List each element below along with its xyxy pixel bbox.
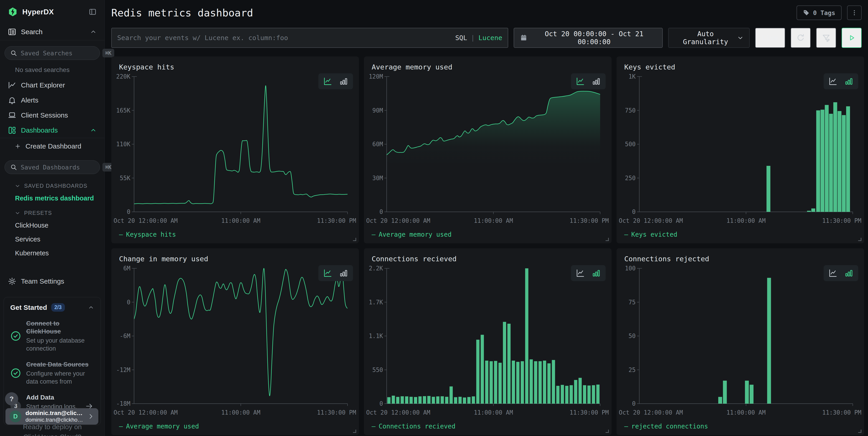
svg-text:250: 250 bbox=[625, 175, 636, 181]
create-dashboard-button[interactable]: Create Dashboard bbox=[0, 138, 104, 154]
run-query-button[interactable] bbox=[842, 28, 862, 48]
laptop-icon bbox=[8, 111, 17, 120]
live-button[interactable]: Live bbox=[755, 28, 785, 48]
user-menu[interactable]: D dominic.tran@clic… dominic.tran@clickh… bbox=[5, 408, 98, 425]
resize-handle[interactable] bbox=[353, 238, 356, 241]
svg-text:Oct 20 12:00:00 AM: Oct 20 12:00:00 AM bbox=[114, 409, 178, 416]
line-chart-icon[interactable] bbox=[323, 268, 333, 278]
chart-legend: —Keyspace hits bbox=[119, 231, 176, 238]
create-dashboard-label: Create Dashboard bbox=[26, 142, 81, 150]
tags-button[interactable]: 0 Tags bbox=[797, 5, 842, 20]
svg-text:0: 0 bbox=[379, 208, 383, 215]
filter-edit-button[interactable] bbox=[816, 28, 836, 48]
chart-plot[interactable]: 1007550250Oct 20 12:00:00 AM11:00:00 AM1… bbox=[617, 262, 864, 422]
resize-handle[interactable] bbox=[606, 238, 609, 241]
sidebar-item-label: Dashboards bbox=[21, 126, 58, 134]
svg-text:0: 0 bbox=[379, 400, 383, 407]
event-search-field[interactable]: SQL | Lucene bbox=[111, 28, 508, 48]
svg-text:11:00:00 AM: 11:00:00 AM bbox=[474, 217, 513, 224]
sidebar-section-search[interactable]: Search bbox=[0, 24, 104, 40]
avatar: D bbox=[9, 410, 21, 422]
bar-chart-icon[interactable] bbox=[844, 77, 854, 86]
granularity-value: Auto Granularity bbox=[674, 30, 737, 46]
sidebar-item-clickhouse-preset[interactable]: ClickHouse bbox=[0, 219, 104, 232]
sidebar-item-label: Team Settings bbox=[21, 278, 64, 285]
chart-plot[interactable]: 1K7505002500Oct 20 12:00:00 AM11:00:00 A… bbox=[617, 70, 864, 230]
dashboard-menu-button[interactable] bbox=[847, 5, 862, 20]
saved-searches-search[interactable]: ⌘K bbox=[5, 46, 100, 60]
progress-badge: 2/3 bbox=[51, 303, 65, 312]
sidebar-item-label: Client Sessions bbox=[21, 111, 68, 119]
resize-handle[interactable] bbox=[606, 430, 609, 433]
resize-handle[interactable] bbox=[858, 430, 861, 433]
line-chart-icon[interactable] bbox=[576, 77, 585, 86]
chart-legend: —Keys evicted bbox=[624, 231, 677, 238]
tags-button-label: 0 Tags bbox=[813, 9, 835, 17]
legend-dash: — bbox=[119, 231, 123, 238]
panel-keyspace-hits: Keyspace hits 220K165K110K55K0Oct 20 12:… bbox=[111, 57, 359, 243]
get-started-step-connect[interactable]: Connect to ClickHouse Set up your databa… bbox=[10, 319, 94, 353]
panel-memory-change: Change in memory used 6M0-6M-12M-18MOct … bbox=[111, 248, 359, 435]
sidebar-collapse-icon[interactable] bbox=[89, 8, 97, 16]
bar-chart-icon[interactable] bbox=[844, 268, 854, 278]
event-search-input[interactable] bbox=[117, 34, 455, 42]
resize-handle[interactable] bbox=[353, 430, 356, 433]
sidebar: HyperDX Search ⌘K No saved searches Char… bbox=[0, 0, 105, 436]
user-email: dominic.tran@clickho… bbox=[26, 417, 83, 423]
sidebar-item-dashboards[interactable]: Dashboards bbox=[0, 123, 104, 138]
chevron-down-icon bbox=[14, 210, 21, 216]
chart-view-toggle bbox=[571, 74, 606, 89]
date-range-picker[interactable]: Oct 20 00:00:00 - Oct 21 00:00:00 bbox=[514, 28, 663, 48]
svg-text:120M: 120M bbox=[369, 73, 383, 80]
svg-text:1.7K: 1.7K bbox=[369, 299, 383, 306]
sidebar-item-redis-dashboard[interactable]: Redis metrics dashboard bbox=[0, 191, 104, 205]
resize-handle[interactable] bbox=[858, 238, 861, 241]
bar-chart-icon[interactable] bbox=[591, 268, 601, 278]
chart-plot[interactable]: 220K165K110K55K0Oct 20 12:00:00 AM11:00:… bbox=[111, 70, 359, 230]
svg-text:11:00:00 AM: 11:00:00 AM bbox=[221, 409, 260, 416]
svg-text:60M: 60M bbox=[372, 141, 383, 148]
sidebar-item-kubernetes-preset[interactable]: Kubernetes bbox=[0, 246, 104, 260]
presets-section-header[interactable]: PRESETS bbox=[0, 205, 104, 219]
plus-icon bbox=[14, 143, 21, 149]
bar-chart-icon[interactable] bbox=[339, 77, 348, 86]
sql-toggle[interactable]: SQL bbox=[455, 34, 467, 42]
dashboard-header: Redis metrics dashboard 0 Tags bbox=[105, 0, 868, 26]
get-started-step-sources[interactable]: Create Data Sources Configure where your… bbox=[10, 360, 94, 386]
chart-explorer-icon bbox=[8, 81, 17, 89]
chart-plot[interactable]: 2.2K1.7K1.1K5500Oct 20 12:00:00 AM11:00:… bbox=[364, 262, 612, 422]
chart-title: Keys evicted bbox=[624, 63, 675, 71]
svg-text:11:00:00 AM: 11:00:00 AM bbox=[726, 409, 766, 416]
line-chart-icon[interactable] bbox=[828, 268, 838, 278]
sidebar-item-alerts[interactable]: Alerts bbox=[0, 93, 104, 108]
granularity-select[interactable]: Auto Granularity bbox=[668, 28, 750, 48]
chevron-up-icon bbox=[90, 127, 97, 134]
svg-text:0: 0 bbox=[127, 299, 130, 306]
chart-plot[interactable]: 120M90M60M30M0Oct 20 12:00:00 AM11:00:00… bbox=[364, 70, 612, 230]
svg-text:75: 75 bbox=[628, 299, 636, 306]
sidebar-item-chart-explorer[interactable]: Chart Explorer bbox=[0, 78, 104, 93]
svg-text:55K: 55K bbox=[120, 175, 130, 181]
line-chart-icon[interactable] bbox=[323, 77, 333, 86]
svg-text:Oct 20 12:00:00 AM: Oct 20 12:00:00 AM bbox=[114, 217, 178, 224]
saved-dashboards-search[interactable]: ⌘K bbox=[5, 161, 100, 174]
svg-text:6M: 6M bbox=[123, 265, 130, 272]
bar-chart-icon[interactable] bbox=[591, 77, 601, 86]
sidebar-item-client-sessions[interactable]: Client Sessions bbox=[0, 108, 104, 123]
line-chart-icon[interactable] bbox=[576, 268, 585, 278]
legend-dash: — bbox=[624, 231, 628, 238]
lucene-toggle[interactable]: Lucene bbox=[478, 34, 502, 42]
svg-text:0: 0 bbox=[127, 208, 130, 215]
refresh-button[interactable] bbox=[790, 28, 811, 48]
saved-searches-input[interactable] bbox=[21, 50, 99, 57]
sidebar-item-team-settings[interactable]: Team Settings bbox=[0, 274, 104, 289]
line-chart-icon[interactable] bbox=[828, 77, 838, 86]
help-button[interactable]: ? bbox=[5, 392, 18, 405]
chart-plot[interactable]: 6M0-6M-12M-18MOct 20 12:00:00 AM11:00:00… bbox=[111, 262, 359, 422]
saved-dashboards-section-header[interactable]: SAVED DASHBOARDS bbox=[0, 178, 104, 191]
saved-dashboards-input[interactable] bbox=[21, 164, 99, 171]
get-started-header[interactable]: Get Started 2/3 bbox=[10, 303, 94, 312]
bar-chart-icon[interactable] bbox=[339, 268, 348, 278]
sidebar-item-services-preset[interactable]: Services bbox=[0, 232, 104, 246]
svg-text:165K: 165K bbox=[116, 107, 130, 114]
